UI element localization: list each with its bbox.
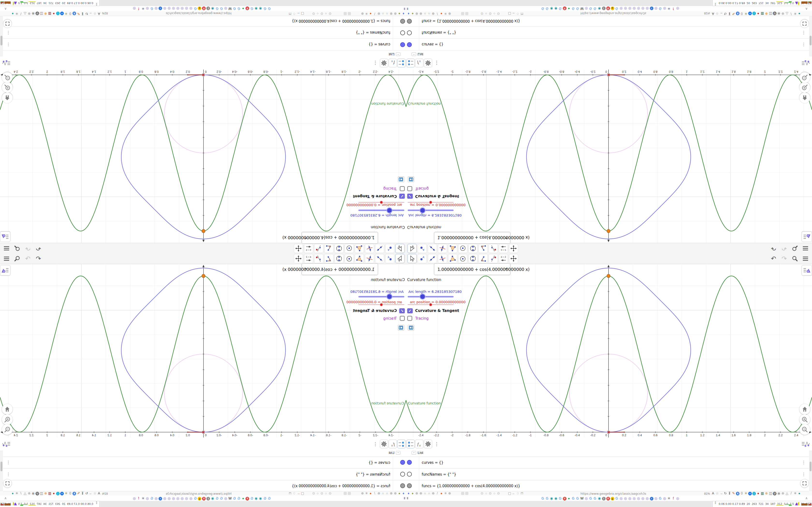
curvature-tangent-checkbox[interactable]: ✓ xyxy=(399,308,405,314)
extension-icon[interactable]: ⊕ xyxy=(448,491,452,495)
extension-icon[interactable]: ✳ xyxy=(444,12,448,16)
settings-button[interactable] xyxy=(380,59,388,67)
favicon[interactable]: ● xyxy=(241,6,245,11)
function-dropdown[interactable]: 1.000000000000 + cos(4.000000000000 x) ▼ xyxy=(434,232,510,243)
curvature-tangent-checkbox[interactable]: ✓ xyxy=(399,193,405,199)
arc-length-slider[interactable] xyxy=(358,210,404,211)
conic-tool[interactable] xyxy=(468,244,477,253)
arc-length-slider[interactable] xyxy=(358,296,404,297)
extension-icon[interactable]: ● xyxy=(368,491,373,495)
ring-icon[interactable]: ○ xyxy=(316,12,320,16)
page-action-icon[interactable]: + xyxy=(60,491,64,495)
favicon[interactable]: G xyxy=(250,496,254,501)
extension-icon[interactable]: ● xyxy=(397,491,401,495)
page-action-icon[interactable]: ↧ xyxy=(81,491,85,495)
algebra-row-funcNames[interactable]: funcNames = {" "} xyxy=(356,472,390,476)
double-chevron-icon[interactable]: ∧∧ xyxy=(96,3,97,6)
favicon[interactable]: ◎ xyxy=(662,6,667,11)
page-action-icon[interactable]: A xyxy=(72,491,77,495)
favicon[interactable]: f xyxy=(137,6,141,11)
outline-icon[interactable]: ⊓ xyxy=(288,491,292,495)
favicon[interactable]: ✳ xyxy=(667,6,671,11)
favicon[interactable]: Я xyxy=(202,6,206,11)
ring-icon[interactable]: ⊙ xyxy=(328,491,332,495)
graphics-panel-icon[interactable] xyxy=(801,440,811,448)
search-button[interactable] xyxy=(12,244,22,253)
page-action-icon[interactable]: ▥ xyxy=(760,491,764,495)
page-action-icon[interactable]: ↻ xyxy=(723,491,727,495)
page-action-icon[interactable]: ☆ xyxy=(715,12,719,16)
function-dropdown[interactable]: 1.000000000000 + cos(4.000000000000 x) ▼ xyxy=(302,264,378,275)
expand-chevron-icon[interactable]: ∧ xyxy=(805,7,808,11)
extension-icon[interactable]: ● xyxy=(411,491,415,495)
favicon[interactable]: ◎ xyxy=(171,496,176,501)
extension-icon[interactable]: ● xyxy=(439,491,444,495)
favicon[interactable]: Я xyxy=(245,496,250,501)
favicon[interactable]: G xyxy=(541,6,545,11)
pan-tool[interactable] xyxy=(509,244,518,253)
intersect-lines-tool[interactable] xyxy=(365,254,374,263)
settings-button[interactable] xyxy=(424,59,432,67)
algebra-view-button[interactable] xyxy=(406,59,415,67)
favicon[interactable]: i xyxy=(602,496,606,501)
visibility-marble-funcNames[interactable] xyxy=(400,472,405,476)
page-action-icon[interactable]: ✳ xyxy=(15,12,19,16)
view-settings-card[interactable] xyxy=(0,231,10,242)
ring-icon[interactable]: ○ xyxy=(316,491,320,495)
favicon[interactable]: ◎ xyxy=(632,496,636,501)
page-action-icon[interactable]: ◫ xyxy=(768,12,773,16)
page-action-icon[interactable]: ⊕ xyxy=(764,12,768,16)
home-button[interactable] xyxy=(800,93,810,103)
favicon[interactable]: ◎ xyxy=(167,496,171,501)
graphics-panel-icon[interactable] xyxy=(801,59,811,67)
polygon-tool[interactable] xyxy=(448,254,457,263)
extension-icon[interactable]: ✳ xyxy=(444,491,448,495)
favicon[interactable]: G xyxy=(658,6,662,11)
favicon[interactable]: Я xyxy=(562,496,567,501)
favicon[interactable]: ◎ xyxy=(145,6,150,11)
extension-icon[interactable]: ∩ xyxy=(427,12,431,16)
polygon-tool[interactable] xyxy=(448,244,457,253)
intersect-lines-tool[interactable] xyxy=(438,244,447,253)
extension-icon[interactable]: ⊕ xyxy=(431,12,435,16)
row-menu-icon[interactable]: ⋮ xyxy=(802,472,806,477)
favicon[interactable]: ◉ xyxy=(254,496,258,501)
favicon[interactable]: ◎ xyxy=(223,6,228,11)
favicon[interactable]: ◎ xyxy=(223,496,228,501)
favicon[interactable]: ◎ xyxy=(645,6,649,11)
page-action-icon[interactable]: U xyxy=(773,12,777,16)
visibility-marble-curves[interactable] xyxy=(407,460,412,465)
polygon-tool[interactable] xyxy=(355,244,364,253)
outline-icon[interactable]: ▢ xyxy=(300,491,305,495)
page-action-icon[interactable]: → xyxy=(719,491,723,495)
outline-icon[interactable]: ♢ xyxy=(292,491,296,495)
circle-tool[interactable] xyxy=(345,254,354,263)
favicon[interactable]: ◎ xyxy=(584,6,589,11)
page-action-icon[interactable]: / xyxy=(789,12,793,16)
arc-length-slider-handle[interactable] xyxy=(387,294,392,299)
favicon[interactable]: ◎ xyxy=(176,6,180,11)
favicon[interactable]: ◉ xyxy=(549,496,554,501)
favicon[interactable]: ◎ xyxy=(662,496,667,501)
page-action-icon[interactable]: ☆ xyxy=(715,491,719,495)
extension-icon[interactable]: ∩ xyxy=(427,491,431,495)
favicon[interactable]: ◎ xyxy=(185,6,189,11)
favicon[interactable]: ● xyxy=(567,496,571,501)
zoom-out-button[interactable] xyxy=(800,424,810,435)
fx-button[interactable]: fx xyxy=(389,59,397,67)
graphics-panel-icon[interactable] xyxy=(1,59,11,67)
move-tool[interactable] xyxy=(407,244,417,253)
page-action-icon[interactable]: △ xyxy=(785,12,789,16)
visibility-marble-curves[interactable] xyxy=(407,42,412,47)
pan-tool[interactable] xyxy=(509,254,518,263)
collapse-list-button[interactable]: − xyxy=(396,52,400,56)
expand-chevron-icon[interactable]: ∧ xyxy=(805,496,808,500)
ring-icon[interactable]: ⊙ xyxy=(328,12,332,16)
arc-position-slider[interactable] xyxy=(408,202,454,203)
ring-icon[interactable]: ⊙ xyxy=(496,491,501,495)
page-action-icon[interactable]: ✳ xyxy=(793,491,797,495)
pause-icon[interactable]: ‖ xyxy=(404,7,405,11)
page-action-icon[interactable]: A xyxy=(711,12,715,16)
outline-icon[interactable]: ← xyxy=(296,491,300,495)
favicon[interactable]: G xyxy=(571,6,575,11)
